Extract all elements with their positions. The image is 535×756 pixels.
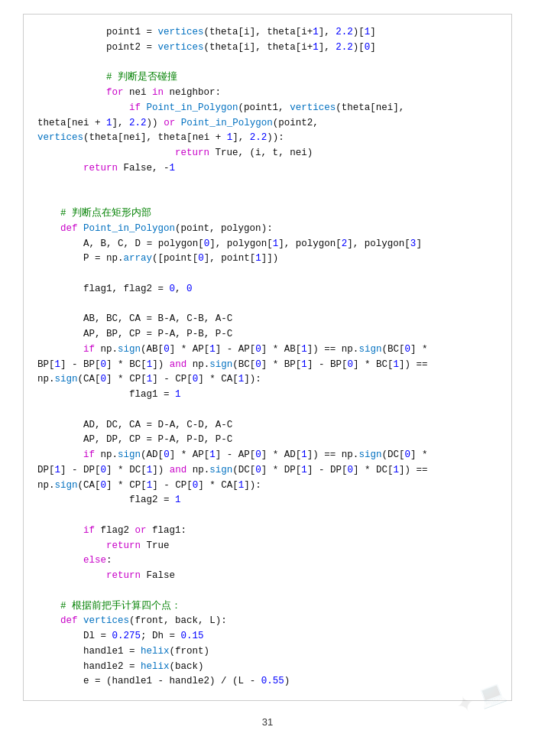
page-number-text: 31 — [262, 716, 273, 728]
page: point1 = vertices(theta[i], theta[i+1], … — [0, 0, 535, 756]
code-block: point1 = vertices(theta[i], theta[i+1], … — [23, 14, 512, 701]
page-number: 31 — [23, 715, 512, 730]
